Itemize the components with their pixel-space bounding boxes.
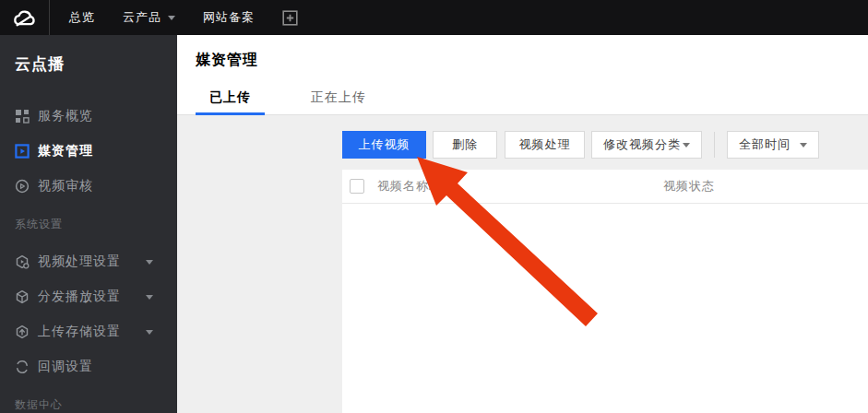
chevron-down-icon bbox=[146, 330, 153, 335]
video-review-icon bbox=[15, 179, 30, 194]
sidebar-section-data-center: 数据中心 bbox=[0, 384, 177, 413]
grid-icon bbox=[15, 109, 30, 124]
sidebar-item-distribution-playback-settings[interactable]: 分发播放设置 bbox=[0, 279, 177, 314]
chevron-down-icon bbox=[146, 260, 153, 265]
topbar-item-label: 云产品 bbox=[123, 9, 161, 26]
main-content: 媒资管理 已上传 正在上传 上传视频 删除 视频处理 修改视频分类 全部时间 视… bbox=[177, 35, 868, 413]
topbar-item-cloud-products[interactable]: 云产品 bbox=[123, 9, 175, 26]
topbar-item-overview[interactable]: 总览 bbox=[69, 9, 95, 26]
sidebar-item-label: 视频处理设置 bbox=[38, 254, 121, 270]
column-header-video-name: 视频名称/ID bbox=[377, 178, 663, 195]
upload-storage-icon bbox=[15, 324, 30, 339]
add-shortcut-button[interactable] bbox=[282, 10, 298, 26]
sidebar-item-service-overview[interactable]: 服务概览 bbox=[0, 99, 177, 134]
chevron-down-icon bbox=[800, 143, 807, 148]
media-play-icon bbox=[15, 144, 30, 159]
tab-bar: 已上传 正在上传 bbox=[196, 85, 412, 115]
sidebar-item-video-processing-settings[interactable]: 视频处理设置 bbox=[0, 244, 177, 279]
sidebar-menu: 服务概览 媒资管理 视频审核 系统设置 bbox=[0, 99, 177, 413]
toolbar-divider bbox=[714, 132, 715, 158]
toolbar: 上传视频 删除 视频处理 修改视频分类 全部时间 bbox=[342, 131, 819, 159]
topbar-item-icp-filing[interactable]: 网站备案 bbox=[203, 9, 255, 26]
page-header: 媒资管理 已上传 正在上传 bbox=[177, 35, 868, 115]
chevron-down-icon bbox=[168, 16, 175, 20]
upload-video-button[interactable]: 上传视频 bbox=[342, 131, 426, 159]
chevron-down-icon bbox=[146, 295, 153, 300]
sidebar-item-label: 分发播放设置 bbox=[38, 289, 121, 305]
tab-uploading[interactable]: 正在上传 bbox=[297, 85, 380, 115]
sidebar-item-video-review[interactable]: 视频审核 bbox=[0, 169, 177, 204]
column-header-video-status: 视频状态 bbox=[663, 178, 715, 195]
modify-category-dropdown[interactable]: 修改视频分类 bbox=[591, 131, 702, 159]
time-filter-label: 全部时间 bbox=[739, 136, 791, 153]
modify-category-label: 修改视频分类 bbox=[603, 136, 681, 153]
table-header-row: 视频名称/ID 视频状态 bbox=[342, 170, 868, 204]
video-process-icon bbox=[15, 254, 30, 269]
sidebar-item-label: 视频审核 bbox=[38, 178, 93, 195]
sidebar-item-media-assets[interactable]: 媒资管理 bbox=[0, 134, 177, 169]
chevron-down-icon bbox=[683, 143, 690, 148]
sidebar-item-label: 回调设置 bbox=[38, 359, 93, 375]
tencent-cloud-logo[interactable] bbox=[0, 0, 50, 35]
media-table-card: 视频名称/ID 视频状态 bbox=[342, 170, 868, 413]
cloud-icon bbox=[12, 8, 37, 28]
topbar-nav: 总览 云产品 网站备案 bbox=[69, 9, 298, 26]
sidebar-item-label: 媒资管理 bbox=[38, 143, 93, 159]
sidebar-section-system-settings: 系统设置 bbox=[0, 204, 177, 244]
time-filter-dropdown[interactable]: 全部时间 bbox=[727, 131, 819, 159]
sidebar-item-label: 服务概览 bbox=[38, 108, 93, 124]
topbar-item-label: 网站备案 bbox=[203, 9, 255, 26]
sidebar-product-title: 云点播 bbox=[0, 35, 177, 75]
cube-icon bbox=[15, 289, 30, 304]
select-all-checkbox[interactable] bbox=[350, 179, 364, 194]
topbar-item-label: 总览 bbox=[69, 9, 95, 26]
page-title: 媒资管理 bbox=[196, 51, 258, 70]
plus-square-icon bbox=[282, 10, 298, 26]
sidebar-item-upload-storage-settings[interactable]: 上传存储设置 bbox=[0, 314, 177, 349]
sidebar-item-callback-settings[interactable]: 回调设置 bbox=[0, 349, 177, 384]
video-process-button[interactable]: 视频处理 bbox=[505, 131, 585, 159]
sidebar: 云点播 服务概览 媒资管理 bbox=[0, 35, 177, 413]
delete-button[interactable]: 删除 bbox=[433, 131, 497, 159]
callback-icon bbox=[15, 360, 30, 374]
sidebar-item-label: 上传存储设置 bbox=[38, 324, 121, 340]
tab-uploaded[interactable]: 已上传 bbox=[196, 85, 265, 115]
topbar: 总览 云产品 网站备案 bbox=[0, 0, 868, 35]
